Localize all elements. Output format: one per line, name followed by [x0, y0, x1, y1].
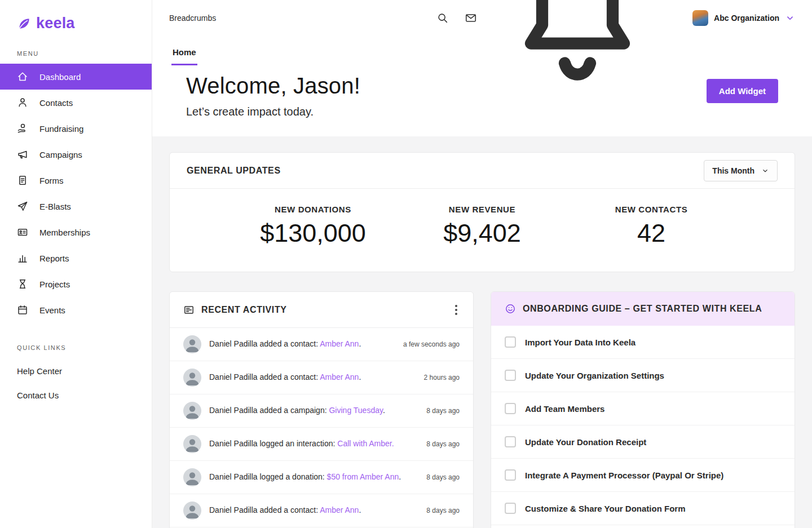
activity-timestamp: a few seconds ago	[403, 340, 460, 348]
activity-row: Daniel Padilla added a campaign: Giving …	[170, 394, 473, 428]
onboarding-item-label: Update Your Organization Settings	[525, 371, 664, 380]
activity-link[interactable]: $50 from Amber Ann	[327, 472, 399, 481]
notifications-button[interactable]: 19	[493, 0, 662, 103]
app-root: keela MENU DashboardContactsFundraisingC…	[0, 0, 812, 528]
sidebar: keela MENU DashboardContactsFundraisingC…	[0, 0, 152, 528]
bar-chart-icon	[17, 252, 28, 264]
activity-suffix: .	[399, 472, 401, 481]
activity-row: Daniel Padilla added a contact: Amber An…	[170, 361, 473, 394]
checkbox[interactable]	[505, 436, 516, 447]
bell-icon	[493, 0, 662, 103]
onboarding-item-customize-share-your-donation-form: Customize & Share Your Donation Form	[491, 492, 795, 525]
sidebar-item-projects[interactable]: Projects	[0, 271, 152, 297]
form-icon	[17, 175, 28, 186]
activity-link[interactable]: Giving Tuesday	[329, 406, 382, 415]
hourglass-icon	[17, 278, 28, 290]
quick-link-contact-us[interactable]: Contact Us	[0, 383, 152, 407]
activity-suffix: .	[359, 339, 361, 348]
checkbox[interactable]	[505, 469, 516, 481]
activity-link[interactable]: Amber Ann	[320, 372, 359, 381]
sidebar-item-dashboard[interactable]: Dashboard	[0, 64, 152, 90]
mail-icon[interactable]	[465, 12, 477, 24]
user-avatar	[183, 402, 201, 420]
stat-value: 42	[567, 219, 736, 248]
onboarding-item-update-your-donation-receipt: Update Your Donation Receipt	[491, 425, 795, 459]
id-card-icon	[17, 227, 28, 238]
add-widget-button[interactable]: Add Widget	[707, 79, 778, 103]
onboarding-item-label: Update Your Donation Receipt	[525, 437, 646, 447]
checkbox[interactable]	[505, 336, 516, 348]
paper-plane-icon	[17, 201, 28, 212]
calendar-icon	[17, 304, 28, 316]
sidebar-item-forms[interactable]: Forms	[0, 167, 152, 193]
stat-new-revenue: NEW REVENUE$9,402	[398, 205, 567, 248]
quick-link-help-center[interactable]: Help Center	[0, 359, 152, 383]
onboarding-item-label: Add Team Members	[525, 404, 604, 414]
user-avatar	[183, 502, 201, 520]
activity-row: Daniel Padilla added a contact: Amber An…	[170, 494, 473, 527]
org-name: Abc Organization	[714, 14, 779, 23]
sidebar-item-label: Contacts	[39, 98, 73, 108]
activity-row: Daniel Padilla logged an interaction: Ca…	[170, 428, 473, 461]
sidebar-item-label: Forms	[39, 176, 64, 185]
page-content: Home Welcome, Jason! Let’s create impact…	[152, 36, 812, 528]
quick-links: Help CenterContact Us	[0, 359, 152, 407]
activity-prefix: Daniel Padilla added a contact:	[209, 339, 320, 348]
search-icon[interactable]	[436, 12, 449, 24]
recent-activity-card: RECENT ACTIVITY Daniel Padilla added a c…	[169, 291, 474, 528]
tabs-bar: Home	[152, 36, 812, 65]
activity-text: Daniel Padilla added a contact: Amber An…	[209, 505, 418, 516]
tab-home[interactable]: Home	[171, 47, 197, 65]
period-selector[interactable]: This Month	[704, 160, 778, 181]
page-subtitle: Let’s create impact today.	[186, 105, 360, 118]
keela-leaf-icon	[17, 16, 32, 31]
stat-value: $130,000	[228, 219, 398, 248]
onboarding-list: Import Your Data Into KeelaUpdate Your O…	[491, 326, 795, 525]
activity-timestamp: 8 days ago	[426, 507, 460, 514]
dashboard-columns: RECENT ACTIVITY Daniel Padilla added a c…	[169, 291, 795, 528]
activity-link[interactable]: Amber Ann	[320, 339, 359, 348]
activity-timestamp: 8 days ago	[426, 407, 460, 415]
checkbox[interactable]	[505, 403, 516, 414]
onboarding-item-update-your-organization-settings: Update Your Organization Settings	[491, 359, 795, 392]
quick-links-section-label: QUICK LINKS	[0, 339, 152, 358]
sidebar-item-campaigns[interactable]: Campaigns	[0, 141, 152, 167]
sidebar-item-events[interactable]: Events	[0, 297, 152, 323]
page-head: Home Welcome, Jason! Let’s create impact…	[152, 36, 812, 136]
onboarding-item-label: Import Your Data Into Keela	[525, 338, 636, 347]
activity-prefix: Daniel Padilla added a contact:	[209, 372, 320, 381]
activity-link[interactable]: Call with Amber.	[337, 439, 394, 448]
chevron-down-icon	[785, 13, 795, 23]
stat-label: NEW REVENUE	[398, 205, 567, 214]
user-avatar	[183, 468, 201, 486]
sidebar-item-fundraising[interactable]: Fundraising	[0, 116, 152, 141]
recent-activity-title: RECENT ACTIVITY	[201, 305, 287, 315]
checkbox[interactable]	[505, 370, 516, 381]
sidebar-item-label: Reports	[39, 254, 69, 263]
activity-text: Daniel Padilla logged an interaction: Ca…	[209, 438, 418, 450]
sidebar-item-label: Fundraising	[39, 124, 83, 134]
menu-section-label: MENU	[0, 45, 152, 64]
onboarding-item-label: Integrate A Payment Processor (Paypal Or…	[525, 471, 723, 480]
activity-prefix: Daniel Padilla added a contact:	[209, 505, 320, 514]
sidebar-item-label: Projects	[39, 279, 70, 289]
activity-prefix: Daniel Padilla logged a donation:	[209, 472, 327, 481]
sidebar-item-label: Memberships	[39, 228, 90, 237]
welcome-texts: Welcome, Jason! Let’s create impact toda…	[186, 73, 360, 118]
activity-link[interactable]: Amber Ann	[320, 505, 359, 514]
sidebar-item-label: Dashboard	[39, 72, 81, 82]
stat-label: NEW DONATIONS	[228, 205, 398, 214]
keela-logo[interactable]: keela	[0, 0, 152, 45]
more-options-button[interactable]	[453, 301, 460, 318]
general-updates-header: GENERAL UPDATES This Month	[170, 153, 795, 189]
activity-suffix: .	[359, 505, 361, 514]
sidebar-item-label: E-Blasts	[39, 202, 71, 211]
organization-menu[interactable]: Abc Organization	[692, 10, 795, 26]
onboarding-item-import-your-data-into-keela: Import Your Data Into Keela	[491, 326, 795, 359]
sidebar-item-contacts[interactable]: Contacts	[0, 90, 152, 116]
checkbox[interactable]	[505, 503, 516, 514]
megaphone-icon	[17, 149, 28, 160]
sidebar-item-e-blasts[interactable]: E-Blasts	[0, 193, 152, 219]
sidebar-item-reports[interactable]: Reports	[0, 245, 152, 271]
sidebar-item-memberships[interactable]: Memberships	[0, 219, 152, 245]
